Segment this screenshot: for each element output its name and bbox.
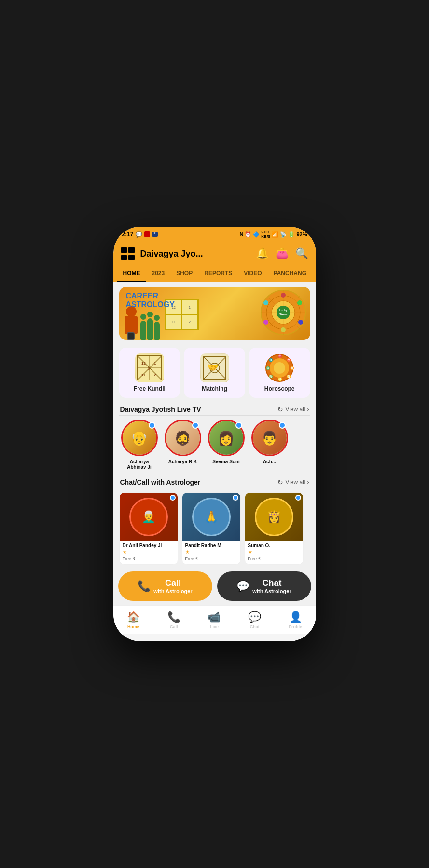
service-label-matching: Matching (202, 385, 227, 392)
astro-card-photo-3: 👸 (245, 493, 303, 541)
svg-text:5: 5 (148, 366, 150, 371)
live-icon: 📹 (208, 611, 221, 624)
grid-dot-1 (121, 247, 127, 253)
astro-name-1: Dr Anil Pandey Ji (120, 541, 178, 549)
banner-figures (124, 306, 160, 340)
astro-name-2: Pandit Radhe M (182, 541, 240, 549)
wallet-icon[interactable]: 👛 (276, 247, 289, 260)
bell-icon[interactable]: 🔔 (256, 247, 269, 260)
svg-text:♍: ♍ (269, 374, 273, 379)
svg-text:Lucky: Lucky (279, 309, 288, 312)
call-btn-text: Call with Astrologer (153, 578, 192, 594)
tab-reports[interactable]: REPORTS (198, 266, 238, 282)
bottom-nav-home[interactable]: 🏠 Home (123, 609, 144, 631)
figure-group (140, 318, 160, 340)
list-item[interactable]: 👸 Suman O. ★ Free ₹... (245, 492, 304, 565)
search-icon[interactable]: 🔍 (295, 247, 308, 260)
list-item[interactable]: 👩 Seema Soni (207, 420, 246, 470)
call-icon: 📞 (167, 611, 180, 624)
chat-call-section-header: Chat/Call with Astrologer ↻ View all › (113, 474, 316, 488)
tab-video[interactable]: VIDEO (238, 266, 267, 282)
phone-frame: 2:17 💬 P N ⏰ 🔷 2.00KB/S 📶 📡 🔋 92% (113, 227, 316, 641)
home-label: Home (127, 624, 139, 629)
astrologer-name-3: Seema Soni (212, 459, 240, 464)
bottom-nav: 🏠 Home 📞 Call 📹 Live 💬 Chat 👤 Profile (113, 605, 316, 634)
svg-text:♋: ♋ (287, 374, 291, 379)
profile-icon: 👤 (289, 611, 302, 624)
status-right: N ⏰ 🔷 2.00KB/S 📶 📡 🔋 92% (239, 230, 307, 239)
service-cards: 12 1 11 2 5 Free Kundli (113, 345, 316, 401)
astrologer-circle-3: 👩 (208, 420, 245, 456)
astro-price-3: Free ₹... (245, 556, 303, 564)
bottom-nav-live[interactable]: 📹 Live (204, 609, 224, 631)
chat-astro-list: 👨‍🦳 Dr Anil Pandey Ji ★ Free ₹... 🙏 Pand… (113, 488, 316, 569)
chat-label-main: Chat (252, 578, 291, 588)
chat-nav-label: Chat (250, 624, 260, 629)
bluetooth-icon: 🔷 (253, 231, 260, 238)
kundli-icon: 12 1 11 2 5 (135, 353, 164, 382)
live-tv-viewall[interactable]: ↻ View all › (277, 406, 309, 413)
svg-point-7 (281, 293, 286, 298)
service-card-matching[interactable]: 🤝 Matching (184, 348, 245, 398)
astro-price-1: Free ₹... (120, 556, 178, 564)
chat-call-viewall[interactable]: ↻ View all › (277, 478, 309, 486)
astro-price-2: Free ₹... (182, 556, 240, 564)
cta-container: 📞 Call with Astrologer 💬 Chat with Astro… (113, 569, 316, 605)
live-tv-title: Daivagya Jyotish Live TV (120, 406, 201, 413)
bottom-nav-profile[interactable]: 👤 Profile (285, 609, 306, 631)
svg-point-35 (274, 362, 285, 374)
call-with-astrologer-button[interactable]: 📞 Call with Astrologer (118, 571, 212, 601)
list-item[interactable]: 🧔 Acharya R K (164, 420, 202, 470)
career-astrology-banner[interactable]: CAREER ASTROLOGY (119, 287, 310, 340)
tab-home[interactable]: HOME (117, 266, 146, 282)
astrologer-name-2: Acharya R K (168, 459, 197, 464)
tab-2023[interactable]: 2023 (146, 266, 171, 282)
bottom-nav-chat[interactable]: 💬 Chat (244, 609, 265, 631)
app-icon-blue: P (152, 232, 158, 237)
phone-screen: 2:17 💬 P N ⏰ 🔷 2.00KB/S 📶 📡 🔋 92% (113, 227, 316, 641)
chat-call-title: Chat/Call with Astrologer (120, 478, 201, 486)
chat-btn-text: Chat with Astrologer (252, 578, 291, 594)
service-label-kundli: Free Kundli (134, 385, 166, 392)
svg-point-12 (263, 300, 268, 305)
service-card-kundli[interactable]: 12 1 11 2 5 Free Kundli (119, 348, 180, 398)
astrologer-circle-1: 👴 (121, 420, 158, 456)
horoscope-icon: ♈ ♉ ♊ ♋ ♌ ♍ ♎ ♏ (265, 353, 294, 382)
astro-stars-1: ★ (120, 549, 178, 556)
grid-dot-2 (128, 247, 135, 253)
astro-name-3: Suman O. (245, 541, 303, 549)
tab-panchang[interactable]: PANCHANG (268, 266, 312, 282)
live-dot-1 (149, 422, 155, 429)
matching-icon: 🤝 (200, 353, 229, 382)
astro-stars-3: ★ (245, 549, 303, 556)
call-label-sub: with Astrologer (153, 588, 192, 594)
service-card-horoscope[interactable]: ♈ ♉ ♊ ♋ ♌ ♍ ♎ ♏ Horoscope (249, 348, 310, 398)
svg-point-11 (263, 320, 268, 325)
battery-icon: 🔋 (288, 231, 295, 238)
list-item[interactable]: 👨 Ach... (250, 420, 289, 470)
svg-text:1: 1 (154, 361, 156, 366)
live-dot-2 (192, 422, 199, 429)
live-tv-viewall-label: View all (285, 406, 305, 413)
svg-text:11: 11 (141, 373, 146, 377)
tab-shop[interactable]: SHOP (170, 266, 198, 282)
chat-with-astrologer-button[interactable]: 💬 Chat with Astrologer (217, 571, 311, 601)
svg-text:♊: ♊ (290, 366, 294, 370)
banner-line2: ASTROLOGY (126, 300, 175, 309)
header-icons: 🔔 👛 🔍 (256, 247, 308, 260)
banner-line1: CAREER (126, 292, 175, 300)
list-item[interactable]: 👴 Acharya Abhinav Ji (120, 420, 159, 470)
main-content: CAREER ASTROLOGY (113, 282, 316, 605)
tab-horo[interactable]: HORO (312, 266, 316, 282)
list-item[interactable]: 🙏 Pandit Radhe M ★ Free ₹... (182, 492, 241, 565)
online-dot-2 (233, 495, 238, 501)
grid-icon[interactable] (121, 247, 135, 260)
svg-text:♉: ♉ (287, 358, 291, 362)
bottom-nav-call[interactable]: 📞 Call (164, 609, 184, 631)
live-label: Live (210, 624, 219, 629)
list-item[interactable]: 👨‍🦳 Dr Anil Pandey Ji ★ Free ₹... (119, 492, 178, 565)
figure-briefcase (124, 306, 138, 340)
call-label-main: Call (153, 578, 192, 588)
chevron-right-icon-live: › (307, 406, 309, 413)
chevron-right-icon-chat: › (307, 479, 309, 486)
